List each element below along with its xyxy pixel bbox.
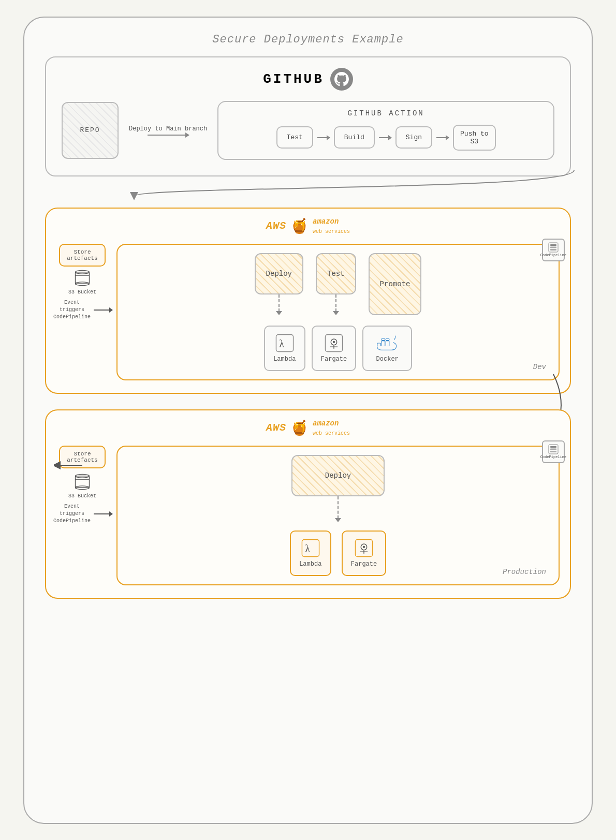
store-box-dev: Store artefacts — [59, 244, 106, 267]
deploy-stage-col: Deploy — [255, 253, 303, 315]
codepipeline-svg-dev — [548, 242, 559, 253]
codepipeline-dev: CodePipeline Deploy Test — [116, 244, 560, 380]
trigger-arrow-prod — [94, 513, 112, 514]
s3-label-prod: S3 Bucket — [68, 493, 96, 499]
svg-point-12 — [333, 341, 335, 343]
step-build: Build — [334, 126, 375, 149]
lambda-box-prod: λ Lambda — [290, 530, 331, 576]
event-trigger-arrow-prod: Event triggers CodePipeline — [52, 503, 112, 525]
github-section: GITHUB REPO Deploy to Main branch GITHU — [45, 56, 571, 176]
step-arrow-1 — [317, 137, 330, 138]
svg-rect-8 — [276, 334, 293, 351]
svg-rect-19 — [386, 338, 389, 340]
deploy-stage-prod: Deploy — [291, 455, 385, 496]
s3-label-dev: S3 Bucket — [68, 289, 96, 295]
docker-label-dev: Docker — [376, 356, 399, 363]
aws-prod-section: AWS 🍯 amazon web services Store artefact… — [45, 409, 571, 599]
step-arrow-2 — [379, 137, 391, 138]
svg-rect-18 — [382, 338, 385, 340]
pipeline-steps: Test Build Sign Push toS3 — [227, 125, 545, 151]
store-artefacts-dev: Store artefacts S3 Bucket Event triggers… — [56, 244, 108, 321]
s3-bucket-icon-dev — [73, 269, 92, 287]
aws-dev-label: AWS — [266, 220, 286, 232]
lambda-icon-dev: λ — [275, 334, 294, 352]
svg-rect-27 — [550, 449, 556, 450]
svg-rect-26 — [550, 446, 556, 448]
pipeline-stages-dev: Deploy Test Promote — [126, 253, 550, 315]
lambda-label-dev: Lambda — [273, 356, 296, 363]
s3-bucket-icon-prod — [73, 473, 92, 491]
deploy-stage-col-prod: Deploy — [291, 455, 385, 522]
aws-honeycomb-icon: 🍯 — [290, 217, 309, 235]
lambda-box-dev: λ Lambda — [264, 326, 305, 371]
deploy-arrow-line — [148, 135, 189, 136]
github-action-box: GITHUB ACTION Test Build Sign Push toS3 — [217, 101, 554, 160]
promote-stage-col: Promote — [369, 253, 422, 315]
docker-icon-dev — [376, 334, 399, 352]
deploy-arrow: Deploy to Main branch — [129, 125, 207, 136]
svg-rect-7 — [550, 249, 556, 250]
lambda-label-prod: Lambda — [299, 561, 321, 568]
page-title: Secure Deployments Example — [45, 33, 571, 46]
step-push-s3: Push toS3 — [453, 125, 496, 151]
trigger-arrow-dev — [94, 310, 112, 311]
dashed-arrow-deploy — [276, 294, 282, 315]
aws-prod-header: AWS 🍯 amazon web services — [56, 419, 560, 437]
aws-dev-content: Store artefacts S3 Bucket Event triggers… — [56, 244, 560, 380]
step-sign: Sign — [395, 126, 432, 149]
fargate-box-dev: Fargate — [312, 326, 356, 371]
codepipeline-label-dev: CodePipeline — [540, 253, 566, 257]
prod-bottom: λ Lambda Fargate — [126, 530, 550, 576]
aws-dev-header: AWS 🍯 amazon web services — [56, 217, 560, 235]
codepipeline-label-prod: CodePipeline — [540, 455, 566, 459]
event-trigger-arrow-dev: Event triggers CodePipeline — [52, 299, 112, 321]
svg-point-33 — [363, 546, 365, 548]
fargate-label-dev: Fargate — [321, 356, 347, 363]
deploy-stage: Deploy — [255, 253, 303, 294]
svg-rect-17 — [386, 341, 389, 346]
dev-targets-row: λ Lambda — [126, 326, 550, 371]
github-action-title: GITHUB ACTION — [227, 109, 545, 117]
dev-env-label: Dev — [533, 363, 546, 371]
fargate-icon-dev — [325, 334, 343, 352]
event-trigger-label-prod: Event triggers CodePipeline — [52, 503, 92, 525]
github-content: REPO Deploy to Main branch GITHUB ACTION… — [62, 101, 554, 160]
svg-rect-28 — [550, 451, 556, 452]
svg-rect-15 — [377, 343, 381, 346]
fargate-box-prod: Fargate — [342, 530, 386, 576]
promote-stage: Promote — [369, 253, 422, 315]
amazon-web-services-label: amazon web services — [313, 217, 350, 235]
event-trigger-label-dev: Event triggers CodePipeline — [52, 299, 92, 321]
aws-prod-label: AWS — [266, 422, 286, 434]
fargate-icon-prod — [355, 539, 373, 557]
store-artefacts-prod: Store artefacts — [56, 446, 108, 525]
prod-targets: λ Lambda Fargate — [290, 530, 386, 576]
store-label-dev: Store artefacts — [66, 249, 98, 261]
svg-text:λ: λ — [305, 542, 310, 554]
dashed-arrow-test — [333, 294, 339, 315]
amazon-web-services-prod-label: amazon web services — [313, 419, 350, 437]
codepipeline-icon-dev: CodePipeline — [542, 239, 565, 261]
lambda-fargate-group-dev: λ Lambda — [264, 326, 356, 371]
svg-rect-29 — [302, 539, 319, 556]
lambda-icon-prod: λ — [301, 539, 320, 557]
repo-box: REPO — [62, 102, 119, 159]
deploy-label: Deploy to Main branch — [129, 125, 207, 132]
aws-prod-honeycomb: 🍯 — [290, 419, 309, 437]
repo-label: REPO — [80, 126, 100, 134]
github-title: GITHUB — [263, 71, 324, 87]
fargate-label-prod: Fargate — [351, 561, 377, 568]
svg-rect-6 — [550, 247, 556, 248]
codepipeline-prod: CodePipeline Deploy — [116, 446, 560, 585]
dashed-arrow-deploy-prod — [335, 496, 341, 522]
store-left-arrow-prod — [54, 460, 85, 470]
step-arrow-3 — [436, 137, 449, 138]
svg-rect-16 — [382, 341, 385, 346]
codepipeline-svg-prod — [548, 444, 559, 454]
svg-rect-5 — [550, 244, 556, 246]
aws-dev-section: AWS 🍯 amazon web services Store artefact… — [45, 208, 571, 394]
github-cat-icon — [330, 68, 353, 91]
github-header: GITHUB — [62, 68, 554, 91]
main-container: Secure Deployments Example GITHUB REPO D… — [23, 17, 593, 824]
svg-text:λ: λ — [279, 337, 284, 349]
